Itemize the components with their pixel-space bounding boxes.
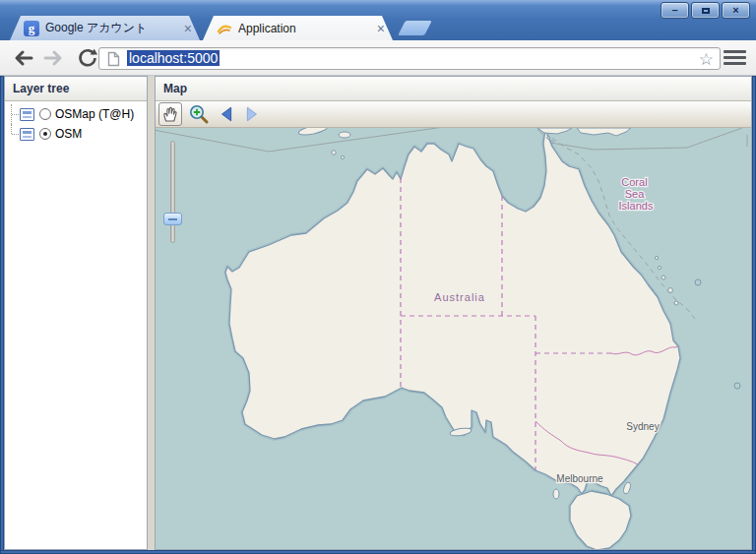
arrow-right-icon: [241, 104, 261, 124]
google-g-icon: g: [24, 21, 39, 36]
tab-close-icon[interactable]: ×: [184, 22, 192, 35]
window-controls: – ×: [659, 2, 750, 19]
radio-osmap[interactable]: [39, 108, 51, 120]
tab-close-icon[interactable]: ×: [377, 22, 385, 35]
app-swoosh-icon: [217, 21, 232, 36]
zoom-slider-track[interactable]: [170, 141, 175, 243]
map-title: Map: [163, 82, 187, 95]
layer-label: OSMap (T@H): [55, 107, 134, 121]
layer-item-osm[interactable]: OSM: [5, 124, 147, 144]
url-selected-text: localhost:5000: [127, 50, 220, 66]
map-history-forward-button[interactable]: [239, 102, 263, 126]
maximize-button[interactable]: [691, 2, 720, 19]
map-history-back-button[interactable]: [216, 102, 239, 126]
tab-strip: – × g Google アカウント × Application ×: [0, 0, 756, 40]
tabs: g Google アカウント × Application ×: [10, 16, 396, 40]
arrow-left-icon: [218, 104, 237, 124]
pan-tool-button[interactable]: [158, 102, 182, 126]
map-canvas[interactable]: Australia Coral Sea Islands Sydney Melbo…: [156, 128, 751, 549]
layer-icon: [20, 108, 34, 121]
browser-toolbar: localhost:5000 ☆: [0, 40, 756, 76]
page-icon: [107, 51, 120, 71]
url-text[interactable]: localhost:5000: [127, 50, 220, 66]
layer-tree-header: Layer tree: [5, 77, 147, 101]
country-label: Australia: [434, 291, 485, 303]
map-toolbar: [156, 101, 751, 128]
forward-icon[interactable]: [41, 47, 67, 69]
back-icon[interactable]: [10, 47, 35, 69]
sydney-label: Sydney: [626, 421, 659, 432]
minimize-button[interactable]: –: [661, 2, 689, 19]
tab-title: Application: [238, 22, 371, 35]
tree-elbow: [5, 104, 20, 124]
tab-application[interactable]: Application ×: [203, 16, 393, 40]
tab-google-account[interactable]: g Google アカウント ×: [10, 16, 200, 40]
address-bar[interactable]: localhost:5000 ☆: [98, 47, 721, 70]
layer-tree-title: Layer tree: [13, 82, 69, 95]
magnifier-plus-icon: [188, 103, 210, 125]
melbourne-label: Melbourne: [556, 473, 603, 484]
layer-tree-panel: Layer tree OSMap (T@H) OSM: [4, 76, 148, 550]
window-border-right: [752, 76, 756, 554]
layer-icon: [20, 128, 34, 141]
radio-osm[interactable]: [39, 128, 51, 140]
layer-label: OSM: [55, 127, 82, 141]
map-header: Map: [156, 77, 751, 101]
panel-splitter[interactable]: [148, 76, 155, 550]
browser-window: – × g Google アカウント × Application ×: [0, 0, 756, 554]
reload-icon[interactable]: [75, 47, 100, 69]
tab-title: Google アカウント: [45, 20, 178, 36]
hand-icon: [161, 105, 179, 123]
layer-item-osmap[interactable]: OSMap (T@H): [5, 104, 147, 124]
zoom-in-tool-button[interactable]: [187, 102, 211, 126]
layer-tree: OSMap (T@H) OSM: [5, 101, 147, 144]
close-button[interactable]: ×: [722, 2, 750, 19]
map-svg: Australia Coral Sea Islands Sydney Melbo…: [156, 128, 751, 549]
maximize-icon: [702, 8, 710, 14]
bookmark-star-icon[interactable]: ☆: [699, 48, 714, 71]
map-panel: Map: [155, 76, 752, 550]
menu-icon[interactable]: [724, 50, 746, 66]
window-border-bottom: [0, 550, 756, 554]
new-tab-button[interactable]: [398, 21, 432, 35]
tree-elbow: [5, 124, 20, 144]
zoom-slider-thumb[interactable]: [163, 213, 182, 225]
